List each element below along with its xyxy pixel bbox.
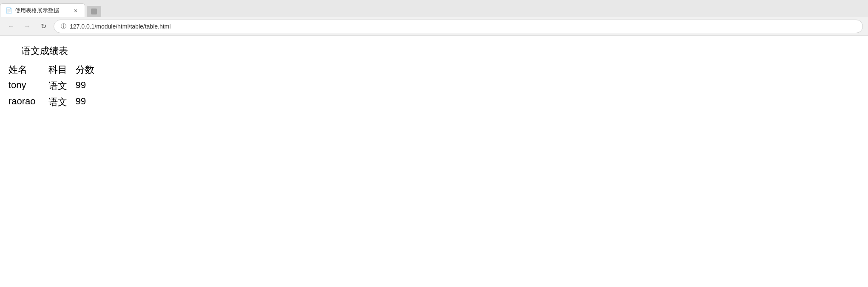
row2-name: raorao	[9, 94, 48, 110]
browser-chrome: 📄 使用表格展示数据 × ← → ↻ ⓘ 127.0.0.1/module/ht…	[0, 0, 868, 36]
address-bar: ← → ↻ ⓘ 127.0.0.1/module/html/table/tabl…	[0, 17, 868, 36]
row1-score: 99	[76, 78, 103, 94]
table-header-row: 姓名 科目 分数	[9, 62, 103, 78]
table-row: tony 语文 99	[9, 78, 103, 94]
tab-close-button[interactable]: ×	[72, 7, 80, 14]
header-score: 分数	[76, 62, 103, 78]
header-name: 姓名	[9, 62, 48, 78]
row1-name: tony	[9, 78, 48, 94]
forward-button[interactable]: →	[21, 20, 33, 32]
row2-subject: 语文	[48, 94, 76, 110]
tab-title: 使用表格展示数据	[15, 7, 59, 14]
url-bar[interactable]: ⓘ 127.0.0.1/module/html/table/table.html	[54, 20, 863, 33]
reload-button[interactable]: ↻	[37, 20, 49, 32]
tab-bar: 📄 使用表格展示数据 ×	[0, 0, 868, 17]
table-row: raorao 语文 99	[9, 94, 103, 110]
lock-icon: ⓘ	[61, 23, 66, 30]
tab-icon: 📄	[6, 7, 11, 14]
page-title: 语文成绩表	[9, 45, 859, 57]
new-tab-button[interactable]	[87, 6, 101, 17]
grades-table: 姓名 科目 分数 tony 语文 99 raorao 语文 99	[9, 62, 103, 110]
url-text: 127.0.0.1/module/html/table/table.html	[70, 23, 171, 30]
row1-subject: 语文	[48, 78, 76, 94]
active-tab[interactable]: 📄 使用表格展示数据 ×	[0, 3, 85, 17]
svg-rect-0	[91, 9, 97, 14]
header-subject: 科目	[48, 62, 76, 78]
page-content: 语文成绩表 姓名 科目 分数 tony 语文 99 raorao 语文 99	[0, 36, 868, 119]
row2-score: 99	[76, 94, 103, 110]
back-button[interactable]: ←	[5, 20, 17, 32]
